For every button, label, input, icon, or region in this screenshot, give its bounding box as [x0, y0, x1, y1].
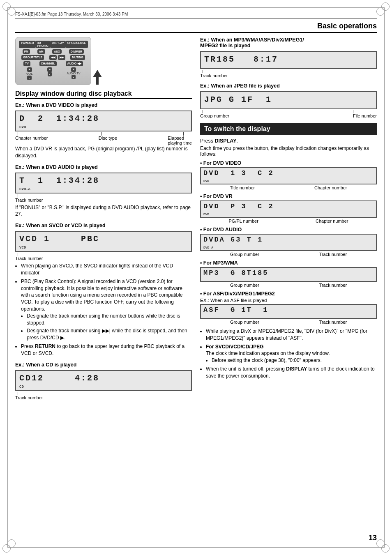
small-lcd-asf: ASF G 1T 1 [200, 304, 377, 319]
note-track-num-mp3: Track number [319, 283, 347, 288]
remote-btn-tv: TV [23, 61, 30, 66]
pbc-sub-bullets: Designate the track number using the num… [27, 313, 192, 341]
ex-dvd-video-label: Ex.: When a DVD VIDEO is played [15, 102, 192, 108]
remote-btn-group: GROUP/TITLE [21, 55, 44, 60]
switch-bullets: While playing a DivX or MPEG1/MPEG2 file… [206, 328, 377, 380]
small-lcd-dvd-label: DVD [203, 179, 209, 183]
small-lcd-mp3: MP3 G 8T185 [200, 267, 377, 282]
remote-btn-channel: CHANNEL [39, 61, 57, 66]
jpeg-notes: Group number File number [200, 110, 377, 118]
remote-ch-down: - [48, 72, 52, 76]
note-elapsed-text: Elapsedplaying time [168, 136, 192, 145]
note-chapter-num-vr: Chapter number [316, 219, 348, 223]
switch-intro: Press DISPLAY. [200, 138, 377, 144]
note-track-audio-text: Track number [15, 198, 43, 203]
note-line-track-vcd [18, 253, 192, 256]
small-lcd-asf-text: ASF G 1T 1 [203, 306, 268, 314]
for-dvd-vr-label: • For DVD VR [200, 193, 377, 199]
bullet-pbc: PBC (Play Back Control): A signal record… [21, 278, 192, 341]
dvd-audio-note: If "BONUS" or "B.S.P." is displayed duri… [15, 204, 192, 218]
asf-switch-notes: Group number Track number [200, 320, 377, 325]
note-file-jpeg: File number [353, 110, 377, 118]
lcd-mp3-content: TR185 8:17 [204, 55, 373, 64]
ex-prefix-jpeg: Ex.: [200, 83, 210, 89]
ex-jpeg-label: Ex.: When an JPEG file is played [200, 83, 377, 89]
mp3-notes: Track number [200, 70, 377, 78]
note-elapsed: Elapsedplaying time [168, 132, 192, 145]
dvd-audio-notes: Track number [15, 194, 192, 203]
note-line-file-jpeg [353, 110, 374, 113]
lcd-dvd-audio-text: T 1 1:34:28 [19, 176, 99, 185]
small-lcd-dvd-audio-text: DVDA 63 T 1 [203, 236, 263, 244]
lcd-jpeg-text: JPG G 1F 1 [204, 95, 272, 104]
vcd-notes: Track number [15, 253, 192, 261]
lcd-dvd-video-content: D 2 1:34:28 [19, 114, 188, 123]
ex-dvd-audio-desc: When a DVD AUDIO is played [26, 164, 98, 170]
ex-prefix-mp3: Ex.: [200, 37, 210, 43]
lcd-jpeg: JPG G 1F 1 [200, 91, 377, 109]
remote-row-5: + VOL - + - + AUDIO TV - [19, 67, 88, 80]
remote-row-1: TV/VIDEO 3D PHONIC DISPLAY OPEN/CLOSE [19, 41, 88, 48]
lcd-mp3-text: TR185 8:17 [204, 55, 278, 64]
corner-mark-tl-outer [7, 7, 16, 16]
dvd-audio-switch-notes: Group number Track number [200, 252, 377, 257]
bullet-svcd-indicator: When playing an SVCD, the SVCD indicator… [21, 263, 192, 276]
vcd-bullets: When playing an SVCD, the SVCD indicator… [21, 263, 192, 357]
note-line-track-cd [18, 392, 192, 395]
top-meta: FS-XA1[B]-03.fm Page 13 Thursday, March … [15, 12, 377, 18]
for-dvd-audio-switch-label: • For DVD AUDIO [200, 227, 377, 233]
note-group-num-mp3: Group number [230, 283, 259, 288]
corner-mark-tr-outer [376, 7, 385, 16]
bullet-divx-mpg: While playing a DivX or MPEG1/MPEG2 file… [206, 328, 377, 342]
ex-prefix-audio: Ex.: [15, 164, 25, 170]
bullet-return: Press RETURN to go back to the upper lay… [21, 343, 192, 357]
lcd-dvd-video-text: D 2 1:34:28 [19, 114, 99, 123]
small-lcd-mp3-content: MP3 G 8T185 [203, 269, 374, 277]
for-dvd-audio-section: • For DVD AUDIO DVDA 63 T 1 DVD-A Group … [200, 227, 377, 257]
lcd-jpeg-content: JPG G 1F 1 [204, 95, 373, 104]
left-column: TV/VIDEO 3D PHONIC DISPLAY OPEN/CLOSE FM… [15, 37, 192, 405]
ex-jpeg-desc: When an JPEG file is played [211, 83, 279, 89]
dvd-video-switch-notes: Title number Chapter number [200, 185, 377, 190]
note-pgpl-num: PG/PL number [229, 219, 258, 223]
right-column: Ex.: When an MP3/WMA/ASF/DivX/MPEG1/MPEG… [200, 37, 377, 405]
remote-btn-muting: MUTING [70, 55, 85, 60]
note-track-num-asf: Track number [319, 320, 347, 325]
lcd-cd-content: CD12 4:28 [19, 373, 188, 383]
small-lcd-dvd-video-content: DVD 1 3 C 2 [203, 169, 374, 177]
small-lcd-dvd-vr-content: DVD P 3 C 2 [203, 203, 374, 210]
section-heading-display-window: Display window during disc playback [15, 90, 192, 99]
cd-notes: Track number [15, 392, 192, 400]
remote-image-area: TV/VIDEO 3D PHONIC DISPLAY OPEN/CLOSE FM… [15, 37, 192, 86]
remote-audio-vol-down: - [71, 75, 76, 79]
remote-ch-up: + [47, 67, 52, 72]
remote-btn-am: AM [37, 49, 45, 54]
ex-dvd-video-desc: When a DVD VIDEO is played [26, 102, 97, 108]
small-lcd-dvd-vr-text: DVD P 3 C 2 [203, 203, 274, 210]
remote-audio-vol-up: + [71, 67, 76, 72]
note-disctype-text: Disc type [99, 136, 117, 140]
note-title-num: Title number [230, 185, 255, 190]
remote-row-4: TV CHANNEL AUDIO ◀▶ [19, 61, 88, 66]
note-line-track-audio [18, 194, 192, 198]
lcd-mp3: TR185 8:17 [200, 51, 377, 69]
note-line-chapter [18, 132, 18, 136]
for-dvd-video-label: • For DVD VIDEO [200, 160, 377, 166]
ex-cd-label: Ex.: When a CD is played [15, 362, 192, 368]
remote-btn-3dphonic: 3D PHONIC [36, 41, 50, 48]
sub-bullet-clock-0: Before setting the clock (page 38), "0:0… [212, 357, 377, 364]
example-dvd-audio: Ex.: When a DVD AUDIO is played T 1 1:34… [15, 164, 192, 218]
remote-vol-up: + [27, 67, 32, 72]
ex-prefix: Ex.: [15, 102, 25, 108]
note-chapter-num-dvd: Chapter number [314, 185, 347, 190]
mp3-switch-notes: Group number Track number [200, 283, 377, 288]
note-line-group-jpeg [203, 110, 229, 113]
ex-cd-desc: When a CD is played [26, 362, 76, 368]
lcd-vcd-label: VCD [19, 246, 26, 250]
ex-mp3-desc: When an MP3/WMA/ASF/DivX/MPEG1/MPEG2 fil… [200, 37, 304, 48]
note-track-cd-text: Track number [15, 395, 43, 400]
remote-vol-down: - [27, 76, 31, 80]
remote-btn-display: DISPLAY [50, 41, 66, 48]
page-border: FS-XA1[B]-03.fm Page 13 Thursday, March … [7, 7, 385, 548]
ex-prefix-cd: Ex.: [15, 362, 25, 368]
